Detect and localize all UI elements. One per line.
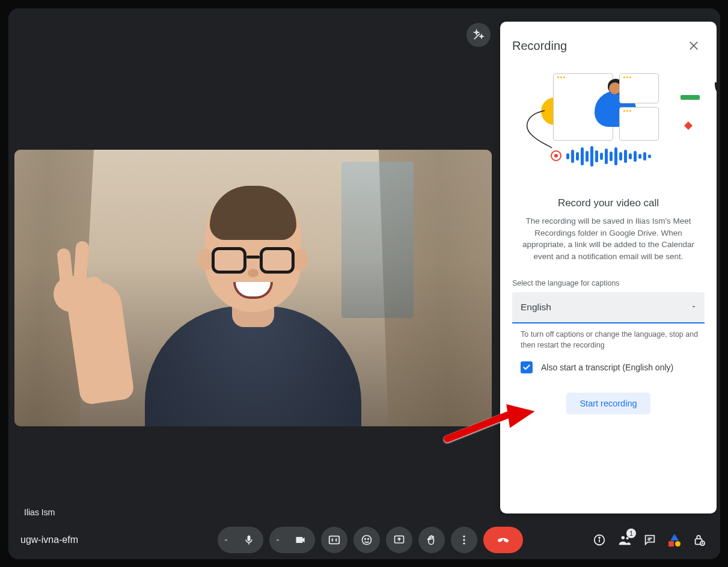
meeting-stage: Ilias Ism Recording	[8, 8, 720, 559]
app-root: Ilias Ism Recording	[0, 0, 728, 567]
captions-button[interactable]	[321, 527, 347, 553]
svg-point-13	[463, 542, 465, 544]
recording-panel: Recording	[500, 22, 717, 513]
info-icon	[593, 533, 606, 547]
chat-button[interactable]	[643, 533, 656, 547]
people-button[interactable]: 1	[618, 533, 631, 547]
self-video-tile[interactable]	[14, 150, 492, 426]
language-select[interactable]: English	[512, 292, 705, 323]
more-vertical-icon	[458, 534, 470, 546]
camera-options-button[interactable]	[269, 527, 286, 553]
chevron-up-icon	[274, 536, 282, 544]
svg-rect-6	[329, 536, 340, 544]
svg-point-17	[622, 536, 625, 540]
participant-name-label: Ilias Ism	[14, 501, 64, 523]
svg-point-7	[362, 536, 372, 545]
visual-effects-button[interactable]	[466, 23, 491, 47]
svg-point-23	[702, 542, 703, 543]
shapes-icon	[668, 534, 681, 547]
more-options-button[interactable]	[451, 527, 477, 553]
mic-options-button[interactable]	[218, 527, 234, 553]
mic-control	[218, 527, 263, 553]
video-feed	[14, 150, 492, 426]
microphone-icon	[243, 534, 255, 546]
panel-title: Recording	[512, 39, 567, 53]
reactions-button[interactable]	[353, 527, 380, 553]
svg-point-12	[463, 539, 465, 541]
closed-captions-icon	[328, 533, 341, 547]
hangup-icon	[495, 532, 511, 548]
leave-call-button[interactable]	[483, 527, 523, 553]
camera-control	[269, 527, 315, 553]
chevron-down-icon	[690, 302, 697, 313]
present-screen-icon	[393, 534, 405, 546]
recording-illustration	[524, 73, 693, 182]
svg-point-8	[365, 539, 366, 540]
language-hint: To turn off captions or change the langu…	[521, 329, 703, 351]
mic-toggle-button[interactable]	[234, 527, 263, 553]
start-recording-button[interactable]: Start recording	[566, 393, 650, 414]
language-select-value: English	[521, 302, 551, 313]
bottom-bar: ugw-ivna-efm	[8, 521, 720, 559]
right-side-icons: 1	[567, 533, 712, 547]
sparkle-icon	[473, 29, 485, 41]
activities-button[interactable]	[668, 534, 681, 547]
panel-heading: Record your video call	[512, 197, 705, 209]
transcript-checkbox[interactable]	[521, 361, 533, 373]
svg-rect-5	[248, 543, 249, 545]
emoji-icon	[361, 534, 373, 546]
camera-toggle-button[interactable]	[286, 527, 315, 553]
call-controls	[173, 527, 567, 553]
lock-person-icon	[693, 533, 706, 547]
hand-icon	[426, 534, 438, 546]
panel-description: The recording will be saved in Ilias Ism…	[515, 215, 702, 262]
svg-point-16	[599, 537, 600, 538]
svg-point-9	[368, 539, 369, 540]
present-button[interactable]	[386, 527, 412, 553]
close-icon	[688, 40, 700, 52]
meeting-code: ugw-ivna-efm	[17, 535, 173, 545]
host-controls-button[interactable]	[693, 533, 706, 547]
meeting-info-button[interactable]	[593, 533, 606, 547]
chat-icon	[643, 533, 656, 547]
close-panel-button[interactable]	[683, 35, 705, 57]
svg-point-11	[463, 536, 465, 538]
camera-icon	[295, 534, 307, 546]
transcript-checkbox-label: Also start a transcript (English only)	[541, 363, 673, 372]
check-icon	[522, 363, 531, 372]
chevron-up-icon	[222, 536, 230, 544]
language-select-label: Select the language for captions	[512, 279, 705, 287]
raise-hand-button[interactable]	[418, 527, 445, 553]
people-count-badge: 1	[626, 529, 636, 538]
